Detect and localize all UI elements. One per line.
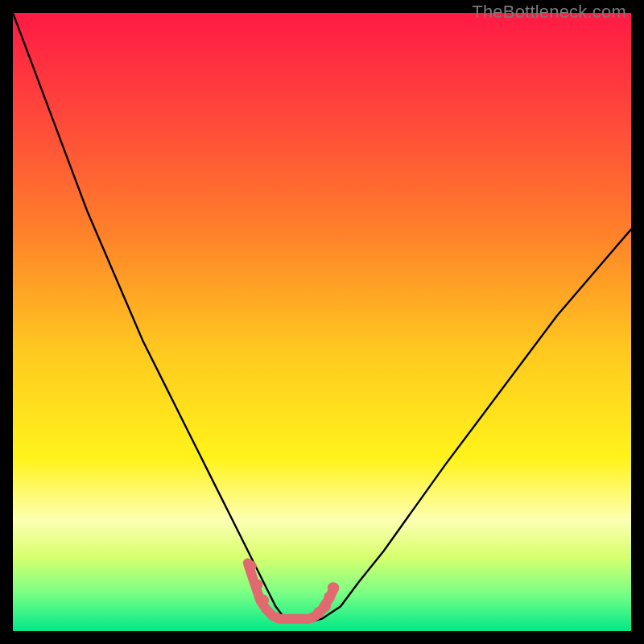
bottleneck-chart [13,13,631,631]
chart-frame [13,13,631,631]
gradient-background [13,13,631,631]
marker-dot [258,595,269,606]
watermark-text: TheBottleneck.com [472,2,626,23]
marker-dot [328,582,339,593]
marker-dot [246,560,257,572]
marker-dot [251,579,262,590]
